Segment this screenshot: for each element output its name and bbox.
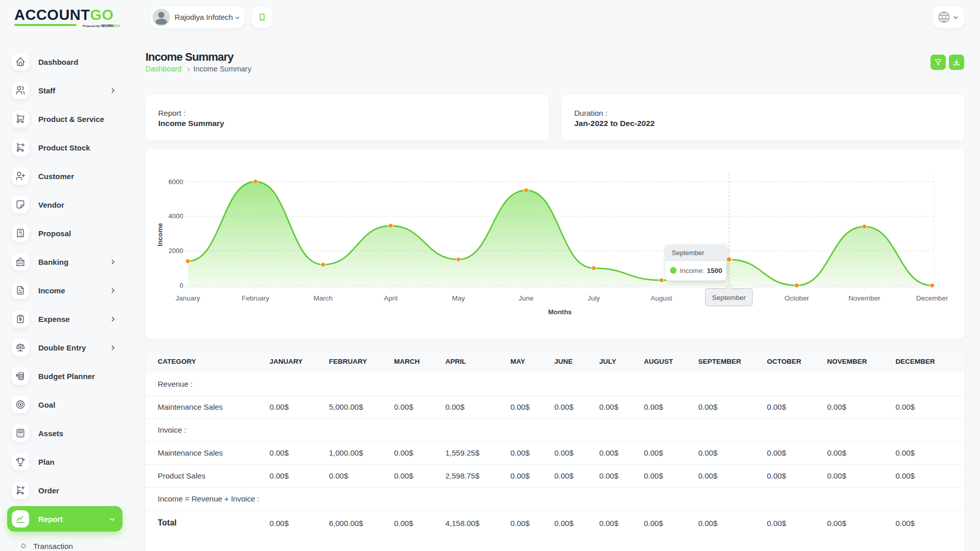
- svg-text:January: January: [176, 294, 200, 302]
- svg-text:February: February: [241, 294, 269, 302]
- svg-text:September: September: [712, 294, 746, 302]
- svg-text:6000: 6000: [168, 178, 183, 186]
- svg-text:June: June: [519, 294, 533, 302]
- svg-text:1500: 1500: [707, 267, 722, 274]
- svg-text:September: September: [672, 249, 704, 257]
- svg-text:May: May: [452, 294, 465, 302]
- svg-text:0: 0: [180, 282, 183, 289]
- svg-text:Months: Months: [548, 308, 572, 316]
- svg-text:July: July: [587, 294, 600, 302]
- svg-text:4000: 4000: [168, 212, 183, 220]
- svg-text:Income: Income: [156, 223, 164, 246]
- svg-text:March: March: [313, 294, 333, 302]
- svg-text:October: October: [785, 294, 810, 302]
- svg-text:December: December: [916, 294, 948, 302]
- svg-text:Income:: Income:: [680, 267, 704, 274]
- svg-text:August: August: [651, 294, 672, 302]
- svg-text:2000: 2000: [168, 247, 183, 255]
- svg-text:April: April: [384, 294, 398, 302]
- svg-text:November: November: [848, 294, 880, 302]
